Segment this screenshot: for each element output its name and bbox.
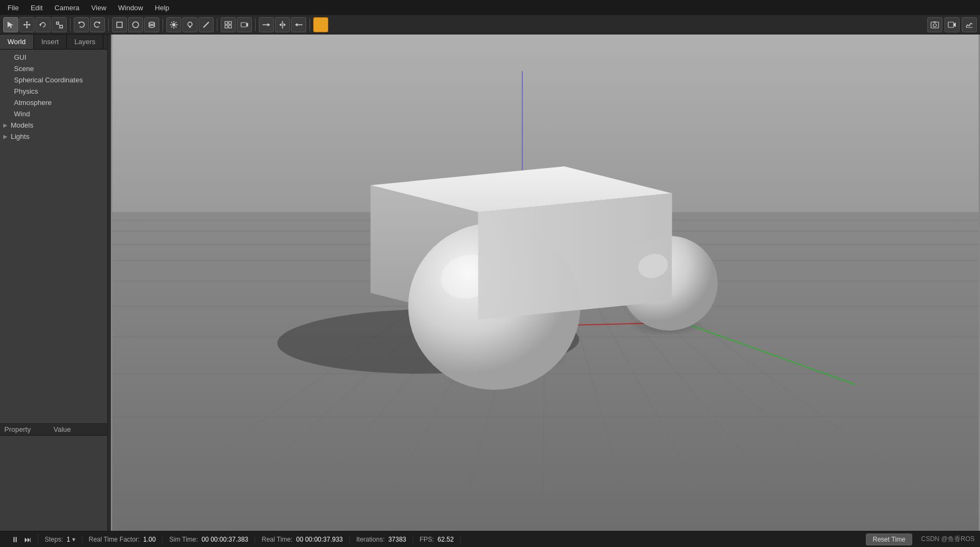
menu-file[interactable]: File	[2, 3, 24, 13]
toolbar	[0, 15, 980, 34]
svg-marker-11	[78, 22, 80, 24]
menu-edit[interactable]: Edit	[25, 3, 48, 13]
steps-label: Steps:	[45, 536, 63, 543]
statusbar: ⏸ ⏭ Steps: 1 ▾ Real Time Factor: 1.00 Si…	[0, 531, 980, 547]
left-panel: World Insert Layers GUI Scene Spherical …	[0, 34, 108, 531]
align-center-button[interactable]	[275, 17, 290, 32]
undo-button[interactable]	[74, 17, 89, 32]
svg-marker-44	[295, 23, 298, 26]
tab-insert[interactable]: Insert	[34, 34, 67, 49]
property-col-property: Property	[4, 425, 54, 433]
svg-rect-35	[229, 25, 231, 28]
svg-marker-7	[39, 23, 41, 26]
video-button[interactable]	[944, 17, 960, 32]
svg-marker-4	[26, 27, 28, 29]
realtime-value: 00 00:00:37.933	[296, 536, 343, 543]
watermark-text: CSDN @鱼香ROS	[921, 535, 975, 544]
tree-item-spherical[interactable]: Spherical Coordinates	[0, 74, 107, 86]
svg-line-25	[175, 26, 177, 27]
mirror-button[interactable]	[291, 17, 306, 32]
menu-window[interactable]: Window	[113, 3, 149, 13]
menubar: File Edit Camera View Window Help	[0, 0, 980, 15]
svg-marker-6	[29, 24, 31, 26]
menu-camera[interactable]: Camera	[49, 3, 84, 13]
tree-item-atmosphere[interactable]: Atmosphere	[0, 97, 107, 108]
tab-world[interactable]: World	[0, 34, 34, 49]
graph-button[interactable]	[962, 17, 977, 32]
tree-panel: GUI Scene Spherical Coordinates Physics …	[0, 50, 107, 423]
tab-layers[interactable]: Layers	[67, 34, 103, 49]
line-tool-button[interactable]	[199, 17, 214, 32]
tree-label-scene: Scene	[14, 65, 34, 73]
sep4	[217, 18, 217, 31]
rtf-item: Real Time Factor: 1.00	[82, 536, 163, 543]
svg-rect-36	[241, 23, 246, 27]
simtime-label: Sim Time:	[169, 536, 198, 543]
tree-item-gui[interactable]: GUI	[0, 52, 107, 63]
tree-item-physics[interactable]: Physics	[0, 86, 107, 97]
reset-time-button[interactable]: Reset Time	[866, 534, 913, 545]
camera-view-button[interactable]	[237, 17, 252, 32]
steps-value: 1	[67, 536, 70, 543]
svg-line-10	[59, 24, 60, 25]
svg-line-24	[171, 22, 172, 23]
realtime-item: Real Time: 00 00:00:37.933	[255, 536, 350, 543]
svg-rect-34	[225, 25, 228, 28]
property-panel: Property Value	[0, 423, 107, 531]
svg-line-26	[175, 22, 177, 23]
translate-tool-button[interactable]	[19, 17, 34, 32]
tree-item-lights[interactable]: ▶ Lights	[0, 131, 107, 142]
rotate-tool-button[interactable]	[36, 17, 51, 32]
fps-label: FPS:	[420, 536, 434, 543]
svg-rect-49	[948, 22, 954, 27]
point-light-button[interactable]	[182, 17, 198, 32]
box-shape-button[interactable]	[112, 17, 127, 32]
pause-button[interactable]: ⏸	[10, 534, 20, 545]
svg-marker-12	[99, 22, 101, 24]
screenshot-button[interactable]	[927, 17, 942, 32]
scale-tool-button[interactable]	[52, 17, 67, 32]
iterations-value: 37383	[388, 536, 406, 543]
cylinder-shape-button[interactable]	[144, 17, 159, 32]
tab-bar: World Insert Layers	[0, 34, 107, 50]
redo-button[interactable]	[90, 17, 105, 32]
simtime-item: Sim Time: 00 00:00:37.383	[163, 536, 255, 543]
svg-line-31	[203, 22, 209, 27]
tree-item-wind[interactable]: Wind	[0, 108, 107, 120]
sep5	[255, 18, 256, 31]
svg-marker-42	[284, 23, 286, 26]
tree-item-scene[interactable]: Scene	[0, 63, 107, 74]
steps-arrow[interactable]: ▾	[72, 536, 75, 543]
property-header: Property Value	[0, 424, 107, 436]
sphere-shape-button[interactable]	[128, 17, 143, 32]
realtime-label: Real Time:	[262, 536, 292, 543]
tree-label-lights: Lights	[11, 132, 30, 141]
svg-rect-8	[57, 22, 59, 24]
tree-label-gui: GUI	[14, 53, 26, 61]
snap-button[interactable]	[221, 17, 236, 32]
viewport[interactable]	[111, 34, 980, 531]
menu-view[interactable]: View	[86, 3, 112, 13]
tree-item-models[interactable]: ▶ Models	[0, 120, 107, 131]
orange-tool-button[interactable]	[313, 17, 328, 32]
tree-arrow-models: ▶	[3, 122, 9, 128]
steps-item: Steps: 1 ▾	[38, 536, 82, 543]
svg-point-18	[149, 25, 154, 27]
sep1	[70, 18, 70, 31]
sun-light-button[interactable]	[166, 17, 181, 32]
property-col-value: Value	[54, 425, 103, 433]
tree-label-atmosphere: Atmosphere	[14, 99, 52, 107]
svg-rect-45	[318, 22, 324, 28]
main-container: World Insert Layers GUI Scene Spherical …	[0, 34, 980, 531]
step-button[interactable]: ⏭	[23, 534, 33, 545]
menu-help[interactable]: Help	[150, 3, 175, 13]
svg-marker-0	[8, 22, 13, 28]
align-left-button[interactable]	[259, 17, 274, 32]
svg-rect-9	[60, 25, 62, 28]
select-tool-button[interactable]	[3, 17, 18, 32]
simtime-value: 00 00:00:37.383	[201, 536, 248, 543]
sep2	[108, 18, 109, 31]
svg-rect-32	[225, 22, 228, 24]
svg-rect-33	[229, 22, 231, 24]
play-controls: ⏸ ⏭	[5, 534, 38, 545]
